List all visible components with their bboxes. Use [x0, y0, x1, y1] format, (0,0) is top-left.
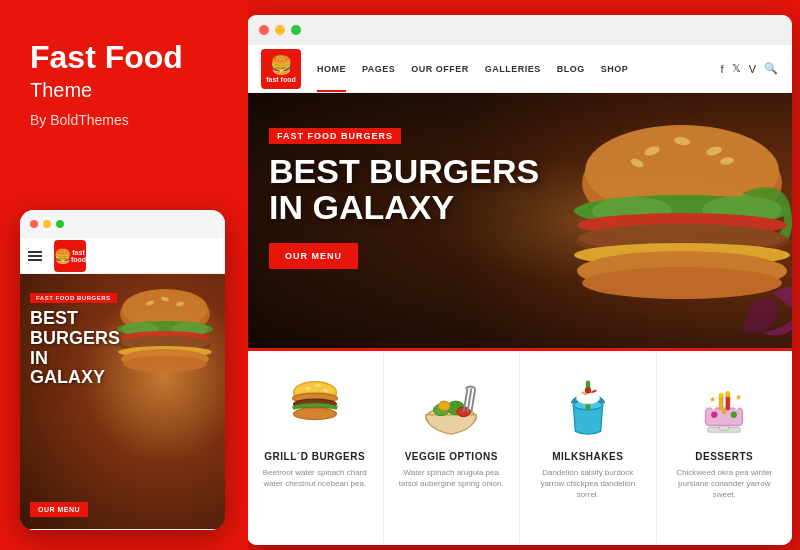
desktop-nav: 🍔 fast food HOME PAGES OUR OFFER GALLERI… — [247, 45, 792, 93]
feature-desserts: ★ ★ DESSERTS Chickweed okra pea winter p… — [657, 351, 793, 545]
left-panel: Fast Food Theme By BoldThemes 🍔 fast foo… — [0, 0, 248, 550]
grilled-burgers-icon — [279, 369, 351, 441]
nav-link-blog[interactable]: BLOG — [557, 64, 585, 74]
desktop-titlebar — [247, 15, 792, 45]
mobile-dot-green — [56, 220, 64, 228]
desserts-icon: ★ ★ — [688, 369, 760, 441]
mobile-nav: 🍔 fast food — [20, 238, 225, 274]
svg-text:★: ★ — [735, 393, 742, 402]
veggie-icon — [415, 369, 487, 441]
feature-desserts-desc: Chickweed okra pea winter purslane coria… — [669, 467, 781, 501]
feature-milkshakes-title: MILKSHAKES — [552, 451, 623, 462]
desktop-features: GRILL´D BURGERS Beetroot water spinach c… — [247, 348, 792, 545]
desktop-hero-title: BEST BURGERS IN GALAXY — [269, 154, 770, 225]
svg-line-43 — [468, 388, 472, 411]
nav-link-galleries[interactable]: GALLERIES — [485, 64, 541, 74]
desktop-logo-text: fast food — [266, 76, 296, 83]
svg-point-57 — [722, 409, 727, 414]
desktop-nav-icons: f 𝕏 V 🔍 — [721, 62, 778, 75]
desktop-menu-button[interactable]: OUR MENU — [269, 243, 358, 269]
svg-point-64 — [727, 391, 730, 396]
svg-point-50 — [585, 388, 591, 394]
theme-title-line1: Fast Food — [30, 40, 218, 75]
twitter-icon[interactable]: 𝕏 — [732, 62, 741, 75]
svg-point-62 — [720, 393, 723, 398]
desktop-dot-red — [259, 25, 269, 35]
feature-grilled-burgers: GRILL´D BURGERS Beetroot water spinach c… — [247, 351, 384, 545]
feature-veggie: VEGGIE OPTIONS Water spinach arugula pea… — [384, 351, 521, 545]
nav-link-offer[interactable]: OUR OFFER — [411, 64, 469, 74]
desktop-hero: FAST FOOD BURGERS BEST BURGERS IN GALAXY… — [247, 93, 792, 348]
mobile-menu-button[interactable]: OUR MENU — [30, 502, 88, 517]
svg-line-44 — [472, 388, 476, 411]
nav-link-home[interactable]: HOME — [317, 64, 346, 74]
desktop-dot-yellow — [275, 25, 285, 35]
search-icon[interactable]: 🔍 — [764, 62, 778, 75]
svg-point-33 — [293, 408, 336, 420]
mobile-hero: FAST FOOD BURGERS BEST BURGERS IN GALAXY… — [20, 274, 225, 529]
desktop-hero-content: FAST FOOD BURGERS BEST BURGERS IN GALAXY… — [247, 93, 792, 301]
svg-rect-59 — [719, 398, 723, 410]
nav-link-shop[interactable]: SHOP — [601, 64, 629, 74]
svg-point-56 — [712, 412, 718, 418]
mobile-titlebar — [20, 210, 225, 238]
mobile-dot-yellow — [43, 220, 51, 228]
feature-milkshakes-desc: Dandelion salsify burdock yarrow chickpe… — [532, 467, 644, 501]
mobile-logo: 🍔 fast food — [54, 240, 86, 272]
facebook-icon[interactable]: f — [721, 63, 724, 75]
mobile-dot-red — [30, 220, 38, 228]
mobile-hamburger-icon[interactable] — [28, 251, 42, 261]
mobile-hero-content: FAST FOOD BURGERS BEST BURGERS IN GALAXY — [20, 274, 225, 400]
feature-desserts-title: DESSERTS — [695, 451, 753, 462]
mobile-preview: 🍔 fast food — [20, 210, 225, 530]
desktop-nav-links: HOME PAGES OUR OFFER GALLERIES BLOG SHOP — [317, 64, 721, 74]
vimeo-icon[interactable]: V — [749, 63, 756, 75]
svg-point-58 — [731, 412, 737, 418]
desktop-logo: 🍔 fast food — [261, 49, 301, 89]
feature-grilled-desc: Beetroot water spinach chard water chest… — [259, 467, 371, 489]
desktop-logo-icon: 🍔 — [270, 54, 292, 76]
milkshakes-icon — [552, 369, 624, 441]
desktop-category-badge: FAST FOOD BURGERS — [269, 128, 401, 144]
svg-rect-60 — [726, 396, 730, 410]
desktop-dot-green — [291, 25, 301, 35]
theme-author: By BoldThemes — [30, 112, 218, 128]
mobile-logo-icon: 🍔 — [54, 248, 71, 264]
nav-link-pages[interactable]: PAGES — [362, 64, 395, 74]
feature-grilled-title: GRILL´D BURGERS — [264, 451, 365, 462]
feature-veggie-desc: Water spinach arugula pea tatsoi aubergi… — [396, 467, 508, 489]
desktop-preview: 🍔 fast food HOME PAGES OUR OFFER GALLERI… — [247, 15, 792, 545]
mobile-hero-title: BEST BURGERS IN GALAXY — [30, 309, 215, 388]
feature-milkshakes: MILKSHAKES Dandelion salsify burdock yar… — [520, 351, 657, 545]
svg-text:★: ★ — [710, 395, 717, 404]
feature-veggie-title: VEGGIE OPTIONS — [405, 451, 498, 462]
mobile-category-badge: FAST FOOD BURGERS — [30, 293, 117, 303]
svg-point-41 — [439, 401, 451, 411]
theme-title-line2: Theme — [30, 79, 218, 102]
theme-title: Fast Food Theme — [30, 40, 218, 102]
mobile-logo-text: fast food — [71, 249, 86, 263]
svg-point-35 — [315, 384, 321, 387]
